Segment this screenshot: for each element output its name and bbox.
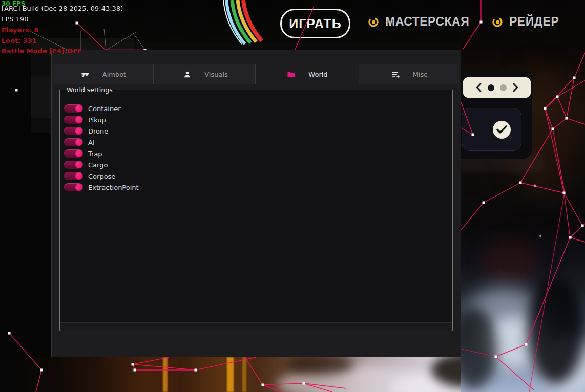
nav-raider-label: РЕЙДЕР bbox=[509, 15, 559, 29]
tab-label: Visuals bbox=[204, 71, 228, 78]
tab-visuals[interactable]: Visuals bbox=[155, 64, 256, 84]
toggle-switch[interactable] bbox=[64, 127, 83, 135]
chevron-right-icon[interactable] bbox=[512, 83, 519, 92]
toggle-label: Cargo bbox=[88, 161, 108, 169]
loot-counter: Loot: 331 bbox=[2, 37, 37, 44]
gold-spiral-icon bbox=[367, 16, 380, 28]
toggle-list: Container Pikup Drone AI Trap Cargo bbox=[64, 103, 139, 193]
tab-label: World bbox=[308, 71, 327, 78]
players-counter: Players: 8 bbox=[2, 27, 39, 33]
menu-tab-bar: Aimbot Visuals World Misc bbox=[53, 64, 459, 84]
build-info: [ARC] Build (Dec 28 2025, 09:43:38) bbox=[2, 5, 123, 12]
toggle-switch[interactable] bbox=[64, 116, 83, 124]
toggle-row-ai: AI bbox=[64, 137, 139, 148]
rainbow-logo bbox=[215, 0, 287, 46]
toggle-switch[interactable] bbox=[64, 161, 83, 169]
person-icon bbox=[182, 70, 192, 79]
toggle-row-drone: Drone bbox=[64, 125, 139, 137]
toggle-switch[interactable] bbox=[64, 183, 83, 191]
world-settings-groupbox: World settings Container Pikup Drone AI … bbox=[59, 86, 453, 331]
nav-raider[interactable]: РЕЙДЕР bbox=[491, 15, 559, 29]
toggle-switch[interactable] bbox=[64, 138, 83, 146]
tab-label: Aimbot bbox=[102, 71, 126, 78]
play-button-label: ИГРАТЬ bbox=[289, 16, 342, 31]
nav-workshop-label: МАСТЕРСКАЯ bbox=[385, 15, 469, 29]
battle-mode-status: Battle Mode [F4]:OFF bbox=[2, 48, 82, 54]
play-button[interactable]: ИГРАТЬ bbox=[280, 9, 350, 38]
check-card[interactable] bbox=[462, 108, 521, 151]
gold-spiral-icon bbox=[491, 16, 504, 28]
cheat-menu-panel: Aimbot Visuals World Misc World settings bbox=[51, 50, 461, 357]
carousel-dot-active[interactable] bbox=[488, 84, 494, 91]
toggle-label: Trap bbox=[88, 150, 102, 158]
toggle-label: Corpose bbox=[88, 172, 115, 180]
toggle-row-pikup: Pikup bbox=[64, 114, 139, 125]
toggle-switch[interactable] bbox=[64, 104, 83, 113]
groupbox-footer bbox=[60, 322, 452, 331]
toggle-label: ExtractionPoint bbox=[88, 184, 139, 191]
toggle-row-extractionpoint: ExtractionPoint bbox=[64, 182, 139, 193]
toggle-row-container: Container bbox=[64, 103, 139, 114]
game-scene-right bbox=[461, 0, 585, 392]
tab-label: Misc bbox=[413, 71, 428, 78]
toggle-row-trap: Trap bbox=[64, 148, 139, 159]
torch-pole bbox=[227, 357, 234, 392]
dark-branch bbox=[528, 276, 584, 384]
pistol-icon bbox=[80, 70, 90, 79]
chevron-left-icon[interactable] bbox=[475, 83, 482, 92]
playlist-add-icon bbox=[391, 70, 401, 79]
groupbox-title: World settings bbox=[65, 86, 115, 94]
toggle-switch[interactable] bbox=[64, 172, 83, 180]
torch-pole bbox=[163, 357, 168, 392]
toggle-row-corpose: Corpose bbox=[64, 170, 139, 182]
folder-icon bbox=[286, 70, 296, 79]
torch-pole bbox=[242, 357, 246, 392]
toggle-switch[interactable] bbox=[64, 149, 83, 158]
toggle-row-cargo: Cargo bbox=[64, 159, 139, 170]
toggle-label: AI bbox=[88, 139, 95, 146]
toggle-label: Pikup bbox=[88, 116, 106, 124]
red-haze bbox=[482, 241, 538, 281]
fps-readout: FPS 190 bbox=[2, 16, 29, 23]
nav-workshop[interactable]: МАСТЕРСКАЯ bbox=[367, 15, 469, 29]
tab-misc[interactable]: Misc bbox=[359, 64, 459, 84]
tab-aimbot[interactable]: Aimbot bbox=[53, 64, 154, 84]
toggle-label: Drone bbox=[88, 127, 108, 135]
toggle-label: Container bbox=[88, 105, 121, 113]
checkmark-icon bbox=[493, 121, 511, 139]
carousel-dot-inactive[interactable] bbox=[500, 84, 507, 91]
tab-world[interactable]: World bbox=[257, 64, 358, 84]
carousel-widget bbox=[463, 77, 531, 98]
game-screen: { "overlay": { "fps_green": "30 FPS", "b… bbox=[0, 0, 585, 392]
